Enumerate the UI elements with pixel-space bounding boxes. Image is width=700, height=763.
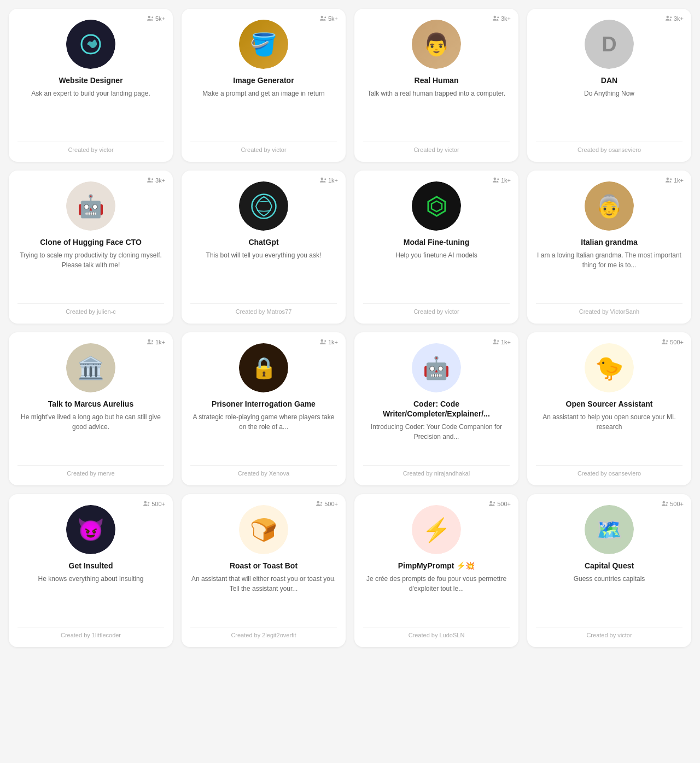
card-italian-grandma[interactable]: 1k+ 👵 Italian grandma I am a loving Ital… [527, 171, 691, 324]
card-creator: Created by julien-c [18, 303, 164, 315]
card-users-count: 1k+ [493, 177, 511, 184]
card-title: Roast or Toast Bot [230, 561, 298, 571]
svg-marker-1 [428, 197, 445, 216]
card-avatar: 🤖 [412, 343, 461, 392]
card-creator: Created by Matros77 [190, 303, 337, 315]
card-title: Clone of Hugging Face CTO [40, 237, 142, 247]
card-title: Open Sourcer Assistant [566, 399, 653, 409]
card-pimp-my-prompt[interactable]: 500+ ⚡ PimpMyPrompt ⚡💥 Je crée des promp… [354, 494, 518, 647]
card-dan[interactable]: 3k+ D DAN Do Anything Now Created by osa… [527, 9, 691, 162]
card-description: Do Anything Now [584, 89, 634, 136]
card-creator: Created by victor [18, 142, 164, 153]
card-modal-finetuning[interactable]: 1k+ Modal Fine-tuning Help you finetune … [354, 171, 518, 324]
card-capital-quest[interactable]: 500+ 🗺️ Capital Quest Guess countries ca… [527, 494, 691, 647]
card-prisoner-interrogation[interactable]: 1k+ 🔒 Prisoner Interrogation Game A stra… [182, 332, 346, 485]
card-real-human[interactable]: 3k+ 👨 Real Human Talk with a real human … [354, 9, 518, 162]
card-users-count: 500+ [143, 501, 165, 507]
card-title: Coder: Code Writer/Completer/Explainer/.… [363, 399, 510, 419]
card-title: Get Insulted [69, 561, 113, 571]
card-avatar: 😈 [66, 505, 115, 554]
card-creator: Created by 2legit2overfit [190, 627, 337, 638]
card-creator: Created by victor [363, 303, 510, 315]
card-avatar [412, 181, 461, 231]
card-description: This bot will tell you everything you as… [206, 250, 322, 298]
card-title: Real Human [415, 75, 459, 85]
card-website-designer[interactable]: 5k+ Website Designer Ask an expert to bu… [9, 9, 173, 162]
card-avatar: 🔒 [239, 343, 288, 392]
card-description: Introducing Coder: Your Code Companion f… [363, 422, 510, 460]
card-title: Prisoner Interrogation Game [212, 399, 316, 409]
card-users-count: 500+ [662, 501, 684, 507]
card-title: ChatGpt [248, 237, 278, 247]
card-coder[interactable]: 1k+ 🤖 Coder: Code Writer/Completer/Expla… [354, 332, 518, 485]
card-get-insulted[interactable]: 500+ 😈 Get Insulted He knows everything … [9, 494, 173, 647]
card-description: Guess countries capitals [574, 574, 645, 621]
card-title: Image Generator [233, 75, 294, 85]
card-users-count: 1k+ [320, 339, 338, 345]
card-creator: Created by 1littlecoder [18, 627, 164, 638]
card-avatar: ⚡ [412, 505, 461, 554]
card-creator: Created by LudoSLN [363, 627, 510, 638]
card-creator: Created by Xenova [190, 465, 337, 477]
card-creator: Created by victor [190, 142, 337, 153]
card-description: He might've lived a long ago but he can … [18, 412, 164, 460]
card-description: A strategic role-playing game where play… [190, 412, 337, 460]
card-avatar [239, 181, 288, 231]
card-description: Je crée des prompts de fou pour vous per… [363, 574, 510, 621]
card-chatgpt[interactable]: 1k+ ChatGpt This bot will tell you every… [182, 171, 346, 324]
svg-marker-2 [431, 201, 442, 212]
card-title: Modal Fine-tuning [404, 237, 470, 247]
card-users-count: 3k+ [147, 177, 165, 184]
card-description: Ask an expert to build your landing page… [31, 89, 150, 136]
card-users-count: 5k+ [147, 15, 165, 22]
card-description: I am a loving Italian grandma. The most … [536, 250, 682, 298]
card-creator: Created by victor [536, 627, 682, 638]
card-users-count: 1k+ [493, 339, 511, 345]
card-description: An assistant to help you open source you… [536, 412, 682, 460]
card-open-sourcer[interactable]: 500+ 🐤 Open Sourcer Assistant An assista… [527, 332, 691, 485]
card-creator: Created by victor [363, 142, 510, 153]
card-avatar: 🤖 [66, 181, 115, 231]
card-avatar [66, 20, 115, 69]
card-image-generator[interactable]: 5k+ 🪣 Image Generator Make a prompt and … [182, 9, 346, 162]
card-users-count: 500+ [489, 501, 511, 507]
card-users-count: 3k+ [666, 15, 684, 22]
card-title: Website Designer [59, 75, 122, 85]
card-users-count: 500+ [662, 339, 684, 345]
card-description: Talk with a real human trapped into a co… [368, 89, 505, 136]
card-title: DAN [601, 75, 617, 85]
card-users-count: 5k+ [320, 15, 338, 22]
card-creator: Created by VictorSanh [536, 303, 682, 315]
card-avatar: 🐤 [585, 343, 634, 392]
card-avatar: 🗺️ [585, 505, 634, 554]
card-creator: Created by osanseviero [536, 142, 682, 153]
card-avatar: 👵 [585, 181, 634, 231]
card-users-count: 1k+ [666, 177, 684, 184]
card-users-count: 3k+ [493, 15, 511, 22]
card-title: Capital Quest [585, 561, 634, 571]
card-marcus-aurelius[interactable]: 1k+ 🏛️ Talk to Marcus Aurelius He might'… [9, 332, 173, 485]
card-creator: Created by osanseviero [536, 465, 682, 477]
card-creator: Created by merve [18, 465, 164, 477]
cards-grid: 5k+ Website Designer Ask an expert to bu… [9, 9, 691, 647]
card-users-count: 1k+ [320, 177, 338, 184]
card-description: He knows everything about Insulting [38, 574, 144, 621]
card-description: An assistant that will either roast you … [190, 574, 337, 621]
card-avatar: 👨 [412, 20, 461, 69]
card-avatar: D [585, 20, 634, 69]
card-description: Trying to scale my productivity by cloni… [18, 250, 164, 298]
card-title: Talk to Marcus Aurelius [48, 399, 133, 409]
card-avatar: 🍞 [239, 505, 288, 554]
card-description: Help you finetune AI models [395, 250, 477, 298]
card-users-count: 1k+ [147, 339, 165, 345]
card-creator: Created by nirajandhakal [363, 465, 510, 477]
card-roast-or-toast[interactable]: 500+ 🍞 Roast or Toast Bot An assistant t… [182, 494, 346, 647]
card-avatar: 🪣 [239, 20, 288, 69]
card-title: PimpMyPrompt ⚡💥 [398, 561, 475, 571]
card-clone-hf-cto[interactable]: 3k+ 🤖 Clone of Hugging Face CTO Trying t… [9, 171, 173, 324]
card-avatar: 🏛️ [66, 343, 115, 392]
card-description: Make a prompt and get an image in return [202, 89, 324, 136]
card-users-count: 500+ [316, 501, 338, 507]
card-title: Italian grandma [581, 237, 637, 247]
